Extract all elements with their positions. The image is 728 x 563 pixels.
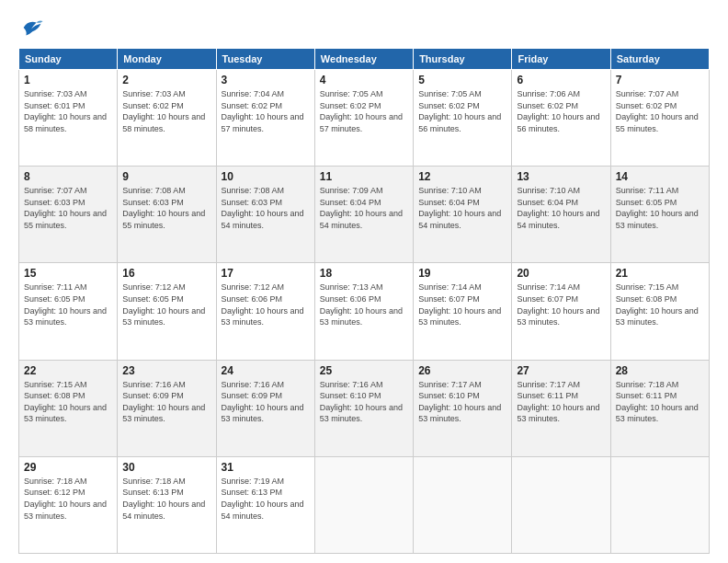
day-info: Sunrise: 7:12 AM Sunset: 6:06 PM Dayligh… (222, 282, 310, 327)
day-number: 3 (222, 74, 310, 86)
calendar-table: SundayMondayTuesdayWednesdayThursdayFrid… (18, 48, 710, 554)
week-row-3: 15 Sunrise: 7:11 AM Sunset: 6:05 PM Dayl… (19, 263, 710, 360)
day-cell: 31 Sunrise: 7:19 AM Sunset: 6:13 PM Dayl… (216, 456, 314, 553)
day-cell: 13 Sunrise: 7:10 AM Sunset: 6:04 PM Dayl… (512, 167, 610, 263)
page: SundayMondayTuesdayWednesdayThursdayFrid… (0, 0, 728, 563)
day-info: Sunrise: 7:12 AM Sunset: 6:05 PM Dayligh… (122, 282, 210, 327)
day-info: Sunrise: 7:13 AM Sunset: 6:06 PM Dayligh… (320, 282, 408, 327)
day-info: Sunrise: 7:19 AM Sunset: 6:13 PM Dayligh… (222, 476, 310, 522)
day-number: 18 (320, 267, 408, 280)
day-number: 22 (24, 364, 112, 377)
day-cell: 25 Sunrise: 7:16 AM Sunset: 6:10 PM Dayl… (314, 360, 413, 456)
day-number: 31 (222, 461, 310, 474)
week-row-1: 1 Sunrise: 7:03 AM Sunset: 6:01 PM Dayli… (19, 70, 710, 167)
day-info: Sunrise: 7:07 AM Sunset: 6:02 PM Dayligh… (616, 88, 704, 134)
day-cell: 12 Sunrise: 7:10 AM Sunset: 6:04 PM Dayl… (414, 167, 512, 263)
day-cell (610, 456, 709, 553)
day-info: Sunrise: 7:10 AM Sunset: 6:04 PM Dayligh… (517, 185, 605, 231)
weekday-sunday: Sunday (19, 49, 118, 70)
week-row-5: 29 Sunrise: 7:18 AM Sunset: 6:12 PM Dayl… (19, 456, 710, 553)
day-info: Sunrise: 7:14 AM Sunset: 6:07 PM Dayligh… (418, 282, 506, 327)
day-cell (414, 456, 512, 553)
day-cell: 20 Sunrise: 7:14 AM Sunset: 6:07 PM Dayl… (512, 263, 610, 360)
day-cell: 19 Sunrise: 7:14 AM Sunset: 6:07 PM Dayl… (414, 263, 512, 360)
day-cell: 5 Sunrise: 7:05 AM Sunset: 6:02 PM Dayli… (414, 70, 512, 167)
day-number: 17 (222, 267, 310, 280)
day-number: 4 (320, 74, 408, 86)
day-number: 12 (418, 170, 506, 183)
day-number: 13 (517, 170, 605, 183)
logo (18, 15, 48, 40)
day-cell (314, 456, 413, 553)
weekday-saturday: Saturday (610, 49, 709, 70)
day-cell: 28 Sunrise: 7:18 AM Sunset: 6:11 PM Dayl… (610, 360, 709, 456)
day-info: Sunrise: 7:06 AM Sunset: 6:02 PM Dayligh… (517, 88, 605, 134)
day-cell: 11 Sunrise: 7:09 AM Sunset: 6:04 PM Dayl… (314, 167, 413, 263)
day-info: Sunrise: 7:11 AM Sunset: 6:05 PM Dayligh… (616, 185, 704, 231)
day-cell: 14 Sunrise: 7:11 AM Sunset: 6:05 PM Dayl… (610, 167, 709, 263)
day-info: Sunrise: 7:16 AM Sunset: 6:09 PM Dayligh… (222, 379, 310, 425)
weekday-tuesday: Tuesday (216, 49, 314, 70)
day-number: 30 (122, 461, 210, 474)
day-info: Sunrise: 7:10 AM Sunset: 6:04 PM Dayligh… (418, 185, 506, 231)
day-cell: 6 Sunrise: 7:06 AM Sunset: 6:02 PM Dayli… (512, 70, 610, 167)
day-info: Sunrise: 7:05 AM Sunset: 6:02 PM Dayligh… (320, 88, 408, 134)
day-number: 11 (320, 170, 408, 183)
day-info: Sunrise: 7:04 AM Sunset: 6:02 PM Dayligh… (222, 88, 310, 134)
day-cell: 30 Sunrise: 7:18 AM Sunset: 6:13 PM Dayl… (118, 456, 216, 553)
day-cell: 8 Sunrise: 7:07 AM Sunset: 6:03 PM Dayli… (19, 167, 118, 263)
day-cell: 10 Sunrise: 7:08 AM Sunset: 6:03 PM Dayl… (216, 167, 314, 263)
day-number: 2 (122, 74, 210, 86)
day-info: Sunrise: 7:08 AM Sunset: 6:03 PM Dayligh… (122, 185, 210, 231)
day-cell: 24 Sunrise: 7:16 AM Sunset: 6:09 PM Dayl… (216, 360, 314, 456)
day-info: Sunrise: 7:11 AM Sunset: 6:05 PM Dayligh… (24, 282, 112, 327)
day-cell: 29 Sunrise: 7:18 AM Sunset: 6:12 PM Dayl… (19, 456, 118, 553)
weekday-monday: Monday (118, 49, 216, 70)
day-number: 23 (122, 364, 210, 377)
day-info: Sunrise: 7:17 AM Sunset: 6:11 PM Dayligh… (517, 379, 605, 425)
day-number: 5 (418, 74, 506, 86)
day-number: 9 (122, 170, 210, 183)
day-cell: 3 Sunrise: 7:04 AM Sunset: 6:02 PM Dayli… (216, 70, 314, 167)
weekday-friday: Friday (512, 49, 610, 70)
day-info: Sunrise: 7:09 AM Sunset: 6:04 PM Dayligh… (320, 185, 408, 231)
day-info: Sunrise: 7:03 AM Sunset: 6:01 PM Dayligh… (24, 88, 112, 134)
day-number: 8 (24, 170, 112, 183)
day-cell: 27 Sunrise: 7:17 AM Sunset: 6:11 PM Dayl… (512, 360, 610, 456)
week-row-4: 22 Sunrise: 7:15 AM Sunset: 6:08 PM Dayl… (19, 360, 710, 456)
day-number: 7 (616, 74, 704, 86)
day-info: Sunrise: 7:18 AM Sunset: 6:11 PM Dayligh… (616, 379, 704, 425)
day-info: Sunrise: 7:17 AM Sunset: 6:10 PM Dayligh… (418, 379, 506, 425)
calendar-body: 1 Sunrise: 7:03 AM Sunset: 6:01 PM Dayli… (19, 70, 710, 554)
day-info: Sunrise: 7:05 AM Sunset: 6:02 PM Dayligh… (418, 88, 506, 134)
day-cell: 18 Sunrise: 7:13 AM Sunset: 6:06 PM Dayl… (314, 263, 413, 360)
weekday-thursday: Thursday (414, 49, 512, 70)
day-info: Sunrise: 7:03 AM Sunset: 6:02 PM Dayligh… (122, 88, 210, 134)
weekday-header-row: SundayMondayTuesdayWednesdayThursdayFrid… (19, 49, 710, 70)
day-number: 14 (616, 170, 704, 183)
day-cell: 26 Sunrise: 7:17 AM Sunset: 6:10 PM Dayl… (414, 360, 512, 456)
day-number: 15 (24, 267, 112, 280)
day-cell: 4 Sunrise: 7:05 AM Sunset: 6:02 PM Dayli… (314, 70, 413, 167)
day-cell (512, 456, 610, 553)
day-number: 25 (320, 364, 408, 377)
day-cell: 23 Sunrise: 7:16 AM Sunset: 6:09 PM Dayl… (118, 360, 216, 456)
day-cell: 22 Sunrise: 7:15 AM Sunset: 6:08 PM Dayl… (19, 360, 118, 456)
day-number: 16 (122, 267, 210, 280)
day-cell: 17 Sunrise: 7:12 AM Sunset: 6:06 PM Dayl… (216, 263, 314, 360)
day-cell: 2 Sunrise: 7:03 AM Sunset: 6:02 PM Dayli… (118, 70, 216, 167)
day-cell: 15 Sunrise: 7:11 AM Sunset: 6:05 PM Dayl… (19, 263, 118, 360)
day-number: 29 (24, 461, 112, 474)
day-info: Sunrise: 7:16 AM Sunset: 6:09 PM Dayligh… (122, 379, 210, 425)
day-cell: 9 Sunrise: 7:08 AM Sunset: 6:03 PM Dayli… (118, 167, 216, 263)
day-info: Sunrise: 7:07 AM Sunset: 6:03 PM Dayligh… (24, 185, 112, 231)
day-info: Sunrise: 7:18 AM Sunset: 6:13 PM Dayligh… (122, 476, 210, 522)
day-cell: 16 Sunrise: 7:12 AM Sunset: 6:05 PM Dayl… (118, 263, 216, 360)
day-info: Sunrise: 7:08 AM Sunset: 6:03 PM Dayligh… (222, 185, 310, 231)
day-info: Sunrise: 7:15 AM Sunset: 6:08 PM Dayligh… (24, 379, 112, 425)
day-number: 19 (418, 267, 506, 280)
day-number: 6 (517, 74, 605, 86)
day-number: 21 (616, 267, 704, 280)
day-number: 27 (517, 364, 605, 377)
day-cell: 7 Sunrise: 7:07 AM Sunset: 6:02 PM Dayli… (610, 70, 709, 167)
